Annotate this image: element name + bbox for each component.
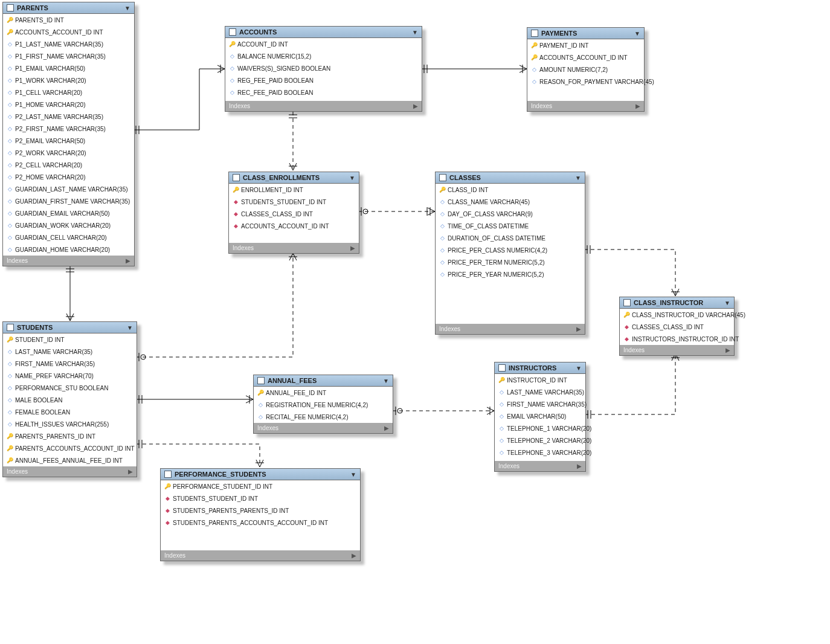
collapse-icon[interactable]: ▼: [350, 471, 356, 478]
column-row[interactable]: ◇P1_FIRST_NAME VARCHAR(35): [3, 50, 134, 62]
table-header[interactable]: ACCOUNTS ▼: [225, 27, 422, 38]
column-row[interactable]: 🔑ACCOUNTS_ACCOUNT_ID INT: [3, 26, 134, 38]
indexes-section[interactable]: Indexes▶: [161, 550, 360, 561]
table-header[interactable]: INSTRUCTORS ▼: [495, 362, 585, 374]
collapse-icon[interactable]: ▼: [127, 324, 133, 331]
column-row[interactable]: 🔑PERFORMANCE_STUDENT_ID INT: [161, 480, 360, 492]
column-row[interactable]: ◇P2_CELL VARCHAR(20): [3, 159, 134, 171]
column-row[interactable]: ◇PERFORMANCE_STU BOOLEAN: [3, 382, 137, 394]
column-row[interactable]: ◇DAY_OF_CLASS VARCHAR(9): [436, 208, 585, 220]
column-row[interactable]: ◇PRICE_PER_CLASS NUMERIC(4,2): [436, 244, 585, 256]
column-row[interactable]: ◇P1_WORK VARCHAR(20): [3, 74, 134, 86]
indexes-section[interactable]: Indexes▶: [229, 243, 359, 253]
column-row[interactable]: ◆STUDENTS_STUDENT_ID INT: [161, 492, 360, 504]
indexes-section[interactable]: Indexes▶: [3, 256, 134, 266]
column-row[interactable]: ◇LAST_NAME VARCHAR(35): [3, 346, 137, 358]
indexes-section[interactable]: Indexes▶: [495, 461, 585, 471]
column-row[interactable]: ◇REASON_FOR_PAYMENT VARCHAR(45): [527, 76, 644, 88]
column-row[interactable]: ◇P2_EMAIL VARCHAR(50): [3, 135, 134, 147]
indexes-section[interactable]: Indexes▶: [620, 345, 734, 355]
column-row[interactable]: ◇GUARDIAN_LAST_NAME VARCHAR(35): [3, 183, 134, 195]
column-row[interactable]: ◇LAST_NAME VARCHAR(35): [495, 386, 585, 398]
collapse-icon[interactable]: ▼: [576, 365, 582, 372]
column-row[interactable]: ◇P1_HOME VARCHAR(20): [3, 98, 134, 111]
column-row[interactable]: ◇GUARDIAN_HOME VARCHAR(20): [3, 243, 134, 256]
collapse-icon[interactable]: ▼: [349, 175, 355, 181]
column-row[interactable]: ◆ACCOUNTS_ACCOUNT_ID INT: [229, 220, 359, 232]
column-row[interactable]: ◇GUARDIAN_FIRST_NAME VARCHAR(35): [3, 195, 134, 207]
indexes-section[interactable]: Indexes▶: [3, 466, 137, 477]
column-row[interactable]: 🔑ENROLLMENT_ID INT: [229, 184, 359, 196]
column-row[interactable]: 🔑PAYMENT_ID INT: [527, 39, 644, 51]
column-row[interactable]: ◇P1_EMAIL VARCHAR(50): [3, 62, 134, 74]
column-row[interactable]: 🔑INSTRUCTOR_ID INT: [495, 374, 585, 386]
column-row[interactable]: 🔑ANNUAL_FEES_ANNUAL_FEE_ID INT: [3, 454, 137, 466]
table-annual-fees[interactable]: ANNUAL_FEES ▼ 🔑ANNUAL_FEE_ID INT◇REGISTR…: [253, 375, 393, 434]
table-header[interactable]: PARENTS ▼: [3, 2, 134, 14]
column-row[interactable]: ◇GUARDIAN_EMAIL VARCHAR(50): [3, 207, 134, 219]
column-row[interactable]: ◇RECITAL_FEE NUMERIC(4,2): [254, 411, 393, 423]
table-performance-students[interactable]: PERFORMANCE_STUDENTS ▼ 🔑PERFORMANCE_STUD…: [160, 468, 361, 561]
column-row[interactable]: ◇REC_FEE_PAID BOOLEAN: [225, 86, 422, 98]
column-row[interactable]: ◇FIRST_NAME VARCHAR(35): [495, 398, 585, 410]
column-row[interactable]: ◇CLASS_NAME VARCHAR(45): [436, 196, 585, 208]
column-row[interactable]: 🔑PARENTS_ID INT: [3, 14, 134, 26]
table-header[interactable]: CLASS_ENROLLMENTS ▼: [229, 172, 359, 184]
column-row[interactable]: ◇FEMALE BOOLEAN: [3, 406, 137, 418]
column-row[interactable]: ◆STUDENTS_STUDENT_ID INT: [229, 196, 359, 208]
column-row[interactable]: ◆CLASSES_CLASS_ID INT: [229, 208, 359, 220]
column-row[interactable]: ◇REG_FEE_PAID BOOLEAN: [225, 74, 422, 86]
indexes-section[interactable]: Indexes▶: [254, 423, 393, 433]
column-row[interactable]: ◇MALE BOOLEAN: [3, 394, 137, 406]
column-row[interactable]: ◇NAME_PREF VARCHAR(70): [3, 370, 137, 382]
column-row[interactable]: 🔑ANNUAL_FEE_ID INT: [254, 387, 393, 399]
column-row[interactable]: ◆INSTRUCTORS_INSTRUCTOR_ID INT: [620, 333, 734, 345]
column-row[interactable]: ◇P2_HOME VARCHAR(20): [3, 171, 134, 183]
table-instructors[interactable]: INSTRUCTORS ▼ 🔑INSTRUCTOR_ID INT◇LAST_NA…: [494, 362, 586, 472]
column-row[interactable]: ◇WAIVERS(S)_SIGNED BOOLEAN: [225, 62, 422, 74]
table-class-instructor[interactable]: CLASS_INSTRUCTOR ▼ 🔑CLASS_INSTRUCTOR_ID …: [619, 297, 735, 356]
column-row[interactable]: ◇P2_FIRST_NAME VARCHAR(35): [3, 123, 134, 135]
column-row[interactable]: ◆STUDENTS_PARENTS_ACCOUNTS_ACCOUNT_ID IN…: [161, 517, 360, 529]
column-row[interactable]: ◇TELEPHONE_3 VARCHAR(20): [495, 446, 585, 459]
column-row[interactable]: 🔑ACCOUNT_ID INT: [225, 38, 422, 50]
table-header[interactable]: STUDENTS ▼: [3, 322, 137, 333]
collapse-icon[interactable]: ▼: [383, 378, 389, 384]
column-row[interactable]: ◇TELEPHONE_1 VARCHAR(20): [495, 422, 585, 434]
collapse-icon[interactable]: ▼: [124, 5, 130, 11]
table-class-enrollments[interactable]: CLASS_ENROLLMENTS ▼ 🔑ENROLLMENT_ID INT◆S…: [228, 172, 359, 254]
indexes-section[interactable]: Indexes▶: [527, 101, 644, 111]
column-row[interactable]: ◆CLASSES_CLASS_ID INT: [620, 321, 734, 333]
table-students[interactable]: STUDENTS ▼ 🔑STUDENT_ID INT◇LAST_NAME VAR…: [2, 321, 137, 477]
column-row[interactable]: ◇HEALTH_ISSUES VARCHAR(255): [3, 418, 137, 430]
column-row[interactable]: ◇REGISTRATION_FEE NUMERIC(4,2): [254, 399, 393, 411]
table-classes[interactable]: CLASSES ▼ 🔑CLASS_ID INT◇CLASS_NAME VARCH…: [435, 172, 585, 335]
column-row[interactable]: ◇GUARDIAN_WORK VARCHAR(20): [3, 219, 134, 231]
table-header[interactable]: PERFORMANCE_STUDENTS ▼: [161, 469, 360, 480]
table-header[interactable]: CLASSES ▼: [436, 172, 585, 184]
column-row[interactable]: ◇DURATION_OF_CLASS DATETIME: [436, 232, 585, 244]
column-row[interactable]: ◇AMOUNT NUMERIC(7,2): [527, 63, 644, 76]
column-row[interactable]: ◆STUDENTS_PARENTS_PARENTS_ID INT: [161, 504, 360, 517]
column-row[interactable]: ◇P1_CELL VARCHAR(20): [3, 86, 134, 98]
collapse-icon[interactable]: ▼: [724, 300, 730, 306]
table-parents[interactable]: PARENTS ▼ 🔑PARENTS_ID INT🔑ACCOUNTS_ACCOU…: [2, 2, 135, 266]
table-accounts[interactable]: ACCOUNTS ▼ 🔑ACCOUNT_ID INT◇BALANCE NUMER…: [225, 26, 422, 112]
table-header[interactable]: ANNUAL_FEES ▼: [254, 375, 393, 387]
column-row[interactable]: ◇EMAIL VARCHAR(50): [495, 410, 585, 422]
column-row[interactable]: ◇BALANCE NUMERIC(15,2): [225, 50, 422, 62]
indexes-section[interactable]: Indexes▶: [225, 101, 422, 111]
column-row[interactable]: ◇TELEPHONE_2 VARCHAR(20): [495, 434, 585, 446]
table-payments[interactable]: PAYMENTS ▼ 🔑PAYMENT_ID INT🔑ACCOUNTS_ACCO…: [527, 27, 645, 112]
column-row[interactable]: 🔑PARENTS_ACCOUNTS_ACCOUNT_ID INT: [3, 442, 137, 454]
collapse-icon[interactable]: ▼: [575, 175, 581, 181]
column-row[interactable]: ◇TIME_OF_CLASS DATETIME: [436, 220, 585, 232]
column-row[interactable]: ◇P1_LAST_NAME VARCHAR(35): [3, 38, 134, 50]
column-row[interactable]: ◇P2_LAST_NAME VARCHAR(35): [3, 111, 134, 123]
column-row[interactable]: ◇FIRST_NAME VARCHAR(35): [3, 358, 137, 370]
column-row[interactable]: ◇P2_WORK VARCHAR(20): [3, 147, 134, 159]
column-row[interactable]: 🔑CLASS_ID INT: [436, 184, 585, 196]
collapse-icon[interactable]: ▼: [634, 30, 640, 37]
column-row[interactable]: ◇PRICE_PER_TERM NUMERIC(5,2): [436, 256, 585, 268]
table-header[interactable]: CLASS_INSTRUCTOR ▼: [620, 297, 734, 309]
